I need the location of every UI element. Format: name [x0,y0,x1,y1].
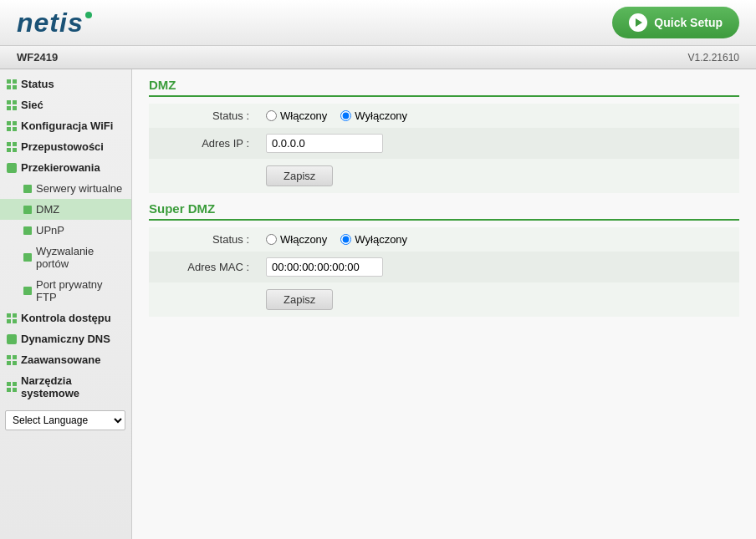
quick-setup-button[interactable]: Quick Setup [612,7,739,38]
dmz-adres-ip-row: Adres IP : [149,128,739,159]
sidebar-item-status[interactable]: Status [0,74,131,94]
sidebar-label-kontrola-dostepu: Kontrola dostępu [21,312,111,324]
grid-icon [7,355,17,365]
super-dmz-wlaczony-label[interactable]: Włączony [266,233,327,246]
dmz-wlaczony-label[interactable]: Włączony [266,109,327,122]
dmz-wylaczony-radio[interactable] [340,110,351,121]
super-dmz-wlaczony-text: Włączony [280,233,327,246]
dmz-adres-ip-input[interactable] [266,134,383,153]
sidebar-item-przepustowosci[interactable]: Przepustowości [0,136,131,157]
sidebar-label-dmz: DMZ [36,203,59,216]
super-dmz-save-cell-empty [149,282,258,317]
sidebar-label-upnp: UPnP [36,224,64,236]
dmz-radio-group: Włączony Wyłączony [266,109,731,122]
dmz-save-button[interactable]: Zapisz [266,165,333,186]
sidebar-label-przepustowosci: Przepustowości [21,140,104,153]
super-dmz-wylaczony-label[interactable]: Wyłączony [340,233,407,246]
sidebar-label-wyzwalanie-portow: Wyzwalanie portów [36,245,123,270]
dmz-wylaczony-text: Wyłączony [355,109,407,122]
sidebar-item-wyzwalanie-portow[interactable]: Wyzwalanie portów [0,241,131,274]
language-select[interactable]: Select Language English Polish [5,410,125,430]
box-small-icon [23,206,32,214]
grid-icon [7,382,17,392]
quick-setup-icon [629,13,647,32]
super-dmz-adres-mac-input[interactable] [266,257,383,277]
sub-header: WF2419 V1.2.21610 [0,46,756,69]
box-small-icon [23,185,32,193]
dmz-status-label: Status : [149,104,258,128]
dmz-form-table: Status : Włączony Wyłączony [149,104,739,193]
dmz-save-cell: Zapisz [258,159,739,193]
sidebar-label-przekierowania: Przekierowania [21,161,100,174]
sidebar-item-konfiguracja-wifi[interactable]: Konfiguracja WiFi [0,115,131,136]
sidebar-item-siec[interactable]: Sieć [0,94,131,115]
super-dmz-adres-mac-label: Adres MAC : [149,252,258,282]
grid-icon [7,142,17,152]
dmz-adres-ip-label: Adres IP : [149,128,258,159]
super-dmz-status-value: Włączony Wyłączony [258,227,739,252]
dmz-wlaczony-text: Włączony [280,109,327,122]
sidebar-label-konfiguracja-wifi: Konfiguracja WiFi [21,119,113,132]
sidebar-label-serwery-wirtualne: Serwery wirtualne [36,182,122,195]
main-container: Status Sieć Konfiguracja WiFi Przepustow… [0,69,756,539]
sidebar-label-zaawansowane: Zaawansowane [21,353,100,366]
sidebar-item-upnp[interactable]: UPnP [0,220,131,241]
quick-setup-label: Quick Setup [654,16,723,29]
logo-text: netis [17,8,84,38]
grid-icon [7,79,17,89]
box-small-icon [23,226,32,235]
dmz-status-row: Status : Włączony Wyłączony [149,104,739,128]
sidebar-label-status: Status [21,78,54,90]
grid-icon [7,121,17,131]
box-small-icon [23,253,32,262]
sidebar-item-kontrola-dostepu[interactable]: Kontrola dostępu [0,308,131,328]
super-dmz-save-row: Zapisz [149,282,739,317]
box-icon [7,163,17,173]
super-dmz-wlaczony-radio[interactable] [266,234,277,245]
super-dmz-status-label: Status : [149,227,258,252]
dmz-status-value: Włączony Wyłączony [258,104,739,128]
content-area: DMZ Status : Włączony Wyłączony [132,69,756,539]
super-dmz-save-cell: Zapisz [258,282,739,317]
sidebar-item-dynamiczny-dns[interactable]: Dynamiczny DNS [0,328,131,349]
dmz-adres-ip-value [258,128,739,159]
dmz-save-row: Zapisz [149,159,739,193]
sidebar-item-serwery-wirtualne[interactable]: Serwery wirtualne [0,178,131,199]
version: V1.2.21610 [688,52,739,64]
sidebar-item-zaawansowane[interactable]: Zaawansowane [0,349,131,370]
super-dmz-radio-group: Włączony Wyłączony [266,233,731,246]
dmz-section-title: DMZ [149,78,739,97]
header: netis Quick Setup [0,0,756,46]
grid-icon [7,313,17,323]
super-dmz-adres-mac-value [258,252,739,282]
super-dmz-form-table: Status : Włączony Wyłączony [149,227,739,317]
super-dmz-wylaczony-radio[interactable] [340,234,351,245]
dmz-wlaczony-radio[interactable] [266,110,277,121]
super-dmz-adres-mac-row: Adres MAC : [149,252,739,282]
sidebar-item-port-prywatny-ftp[interactable]: Port prywatny FTP [0,274,131,308]
sidebar-label-siec: Sieć [21,99,43,111]
super-dmz-section-title: Super DMZ [149,201,739,221]
box-icon [7,334,17,344]
sidebar-item-dmz[interactable]: DMZ [0,199,131,220]
sidebar: Status Sieć Konfiguracja WiFi Przepustow… [0,69,132,539]
logo-dot [85,12,92,18]
logo: netis [17,8,92,38]
sidebar-label-dynamiczny-dns: Dynamiczny DNS [21,333,110,345]
super-dmz-save-button[interactable]: Zapisz [266,289,333,310]
dmz-save-cell-empty [149,159,258,193]
sidebar-label-narzedzia-systemowe: Narzędzia systemowe [21,374,123,399]
super-dmz-wylaczony-text: Wyłączony [355,233,407,246]
device-name: WF2419 [17,51,58,64]
dmz-wylaczony-label[interactable]: Wyłączony [340,109,407,122]
super-dmz-status-row: Status : Włączony Wyłączony [149,227,739,252]
box-small-icon [23,287,32,295]
sidebar-item-przekierowania[interactable]: Przekierowania [0,157,131,178]
grid-icon [7,100,17,110]
sidebar-label-port-prywatny-ftp: Port prywatny FTP [36,278,123,303]
sidebar-item-narzedzia-systemowe[interactable]: Narzędzia systemowe [0,370,131,404]
